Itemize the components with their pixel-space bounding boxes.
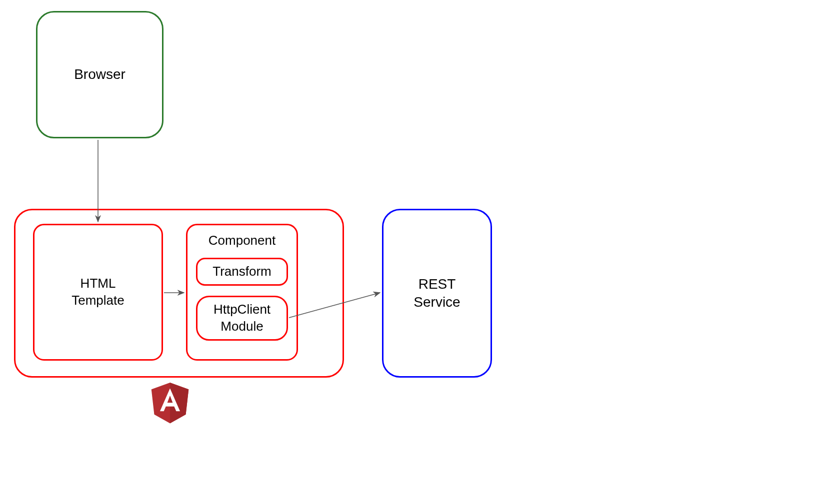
node-httpclient: HttpClient Module xyxy=(196,296,288,341)
node-component-label: Component xyxy=(208,232,276,249)
node-browser-label: Browser xyxy=(74,65,126,83)
node-browser: Browser xyxy=(36,11,164,138)
angular-icon xyxy=(150,383,190,426)
node-transform: Transform xyxy=(196,258,288,286)
node-transform-label: Transform xyxy=(212,263,272,280)
node-html-template-label: HTML Template xyxy=(72,275,124,309)
node-rest-service-label: REST Service xyxy=(414,275,460,312)
node-httpclient-label: HttpClient Module xyxy=(214,301,270,335)
node-rest-service: REST Service xyxy=(382,209,492,378)
node-html-template: HTML Template xyxy=(33,224,163,361)
